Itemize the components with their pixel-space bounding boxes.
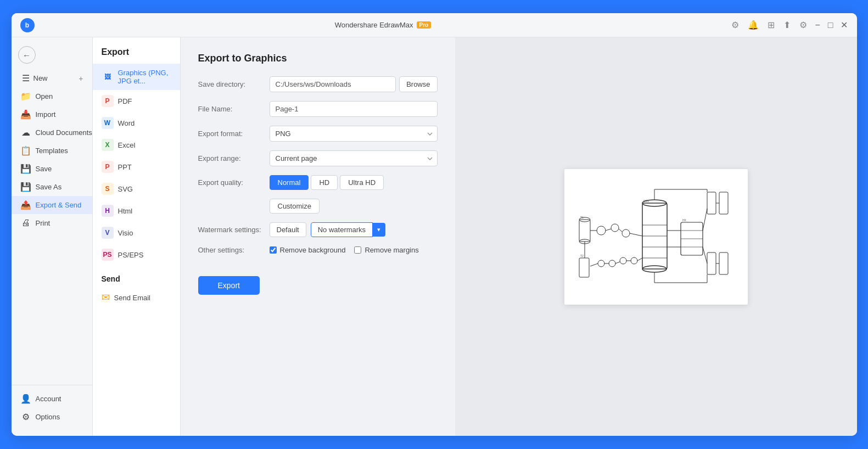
export-format-select[interactable]: PNG JPG BMP GIF TIFF: [270, 126, 438, 142]
remove-background-checkbox[interactable]: [270, 246, 277, 254]
apps-icon[interactable]: ⊞: [768, 20, 775, 30]
options-icon: ⚙: [20, 412, 31, 422]
sidebar-item-save[interactable]: 💾 Save: [12, 160, 92, 178]
sidebar-item-open[interactable]: 📁 Open: [12, 87, 92, 105]
no-watermarks-button[interactable]: No watermarks: [311, 222, 373, 237]
sidebar-item-account-label: Account: [36, 395, 61, 403]
sidebar-item-account[interactable]: 👤 Account: [12, 390, 92, 408]
save-directory-input[interactable]: [270, 76, 396, 92]
title-bar-center: Wondershare EdrawMax Pro: [335, 21, 432, 29]
export-format-html[interactable]: H Html: [93, 200, 180, 222]
sidebar-bottom: 👤 Account ⚙ Options: [12, 385, 92, 430]
sidebar-item-saveas[interactable]: 💾 Save As: [12, 178, 92, 196]
export-quality-row: Export quality: Normal HD Ultra HD: [198, 175, 438, 190]
share-icon[interactable]: ⬆: [783, 20, 791, 30]
html-format-icon: H: [102, 205, 114, 217]
send-email-item[interactable]: ✉ Send Email: [93, 287, 180, 308]
new-icon: ☰: [20, 73, 31, 83]
export-format-graphics[interactable]: 🖼 Graphics (PNG, JPG et...: [93, 64, 180, 90]
browse-button[interactable]: Browse: [399, 76, 437, 92]
export-format-pdf[interactable]: P PDF: [93, 90, 180, 112]
save-directory-input-group: Browse: [270, 76, 438, 92]
other-settings-label: Other settings:: [198, 246, 270, 254]
sidebar-item-new[interactable]: ☰ New +: [12, 69, 92, 87]
save-directory-control: Browse: [270, 76, 438, 92]
remove-margins-label[interactable]: Remove margins: [354, 246, 418, 254]
watermark-settings-row: Watermark settings: Default No watermark…: [198, 222, 438, 237]
export-format-visio[interactable]: V Visio: [93, 222, 180, 244]
customize-button[interactable]: Customize: [270, 199, 320, 214]
export-range-label: Export range:: [198, 154, 270, 162]
quality-hd-button[interactable]: HD: [311, 175, 338, 190]
export-range-row: Export range: Current page All pages Sel…: [198, 150, 438, 166]
email-icon: ✉: [102, 291, 110, 304]
pseps-format-label: PS/EPS: [118, 251, 144, 259]
remove-background-text: Remove background: [280, 246, 346, 254]
svg-text:T2: T2: [580, 254, 584, 257]
preview-diagram: T1 T2 COL HX: [571, 176, 741, 296]
sidebar-item-print-label: Print: [36, 219, 51, 227]
preview-area: T1 T2 COL HX: [455, 37, 857, 436]
save-icon: 💾: [20, 164, 31, 174]
title-bar-left: b: [20, 18, 35, 32]
export-format-svg[interactable]: S SVG: [93, 178, 180, 200]
main-layout: ← ☰ New + 📁 Open 📥 Import ☁ Cloud Docume…: [12, 37, 857, 436]
excel-format-icon: X: [102, 139, 114, 151]
export-format-excel[interactable]: X Excel: [93, 134, 180, 156]
saveas-icon: 💾: [20, 182, 31, 192]
close-button[interactable]: ✕: [841, 21, 848, 30]
print-icon: 🖨: [20, 218, 31, 228]
quality-ultrahd-button[interactable]: Ultra HD: [340, 175, 384, 190]
quality-normal-button[interactable]: Normal: [270, 175, 309, 190]
export-icon: 📤: [20, 200, 31, 210]
export-main: Export to Graphics Save directory: Brows…: [181, 37, 857, 436]
export-format-ppt[interactable]: P PPT: [93, 156, 180, 178]
ppt-format-icon: P: [102, 161, 114, 173]
maximize-button[interactable]: □: [828, 21, 833, 30]
sidebar-top: ←: [12, 43, 92, 67]
sidebar-item-open-label: Open: [36, 92, 53, 100]
export-quality-label: Export quality:: [198, 178, 270, 187]
export-format-control: PNG JPG BMP GIF TIFF: [270, 126, 438, 142]
help-icon[interactable]: ⚙: [799, 20, 807, 30]
notification-icon[interactable]: 🔔: [748, 20, 759, 30]
file-name-row: File Name:: [198, 101, 438, 117]
sidebar-item-print[interactable]: 🖨 Print: [12, 214, 92, 232]
send-section: Send ✉ Send Email: [93, 266, 180, 315]
svg-format-icon: S: [102, 183, 114, 195]
pdf-format-icon: P: [102, 95, 114, 107]
sidebar: ← ☰ New + 📁 Open 📥 Import ☁ Cloud Docume…: [12, 37, 93, 436]
svg-text:T1: T1: [580, 216, 584, 219]
export-format-pseps[interactable]: PS PS/EPS: [93, 244, 180, 266]
export-panel: Export 🖼 Graphics (PNG, JPG et... P PDF …: [93, 37, 181, 436]
minimize-button[interactable]: −: [815, 21, 820, 30]
export-format-word[interactable]: W Word: [93, 112, 180, 134]
svg-text:COL: COL: [643, 199, 649, 203]
export-button[interactable]: Export: [198, 276, 260, 295]
other-settings-row: Other settings: Remove background Remove…: [198, 246, 438, 254]
pdf-format-label: PDF: [118, 97, 132, 105]
sidebar-item-export[interactable]: 📤 Export & Send: [12, 196, 92, 214]
visio-format-label: Visio: [118, 229, 133, 237]
back-button[interactable]: ←: [18, 46, 36, 64]
import-icon: 📥: [20, 109, 31, 120]
no-watermarks-arrow[interactable]: ▾: [373, 223, 385, 237]
sidebar-item-options[interactable]: ⚙ Options: [12, 408, 92, 426]
main-content: Export to Graphics Save directory: Brows…: [181, 37, 857, 436]
remove-background-label[interactable]: Remove background: [270, 246, 346, 254]
templates-icon: 📋: [20, 145, 31, 156]
sidebar-item-templates[interactable]: 📋 Templates: [12, 142, 92, 160]
excel-format-label: Excel: [118, 141, 136, 149]
file-name-input[interactable]: [270, 101, 438, 117]
settings-icon[interactable]: ⚙: [731, 20, 739, 30]
svg-text:HX: HX: [682, 218, 687, 222]
sidebar-item-cloud[interactable]: ☁ Cloud Documents: [12, 124, 92, 142]
sidebar-item-import[interactable]: 📥 Import: [12, 105, 92, 124]
remove-margins-checkbox[interactable]: [354, 246, 361, 254]
export-range-select[interactable]: Current page All pages Selected shapes: [270, 150, 438, 166]
watermark-settings-label: Watermark settings:: [198, 226, 270, 234]
sidebar-item-templates-label: Templates: [36, 147, 68, 155]
watermark-default-button[interactable]: Default: [270, 222, 306, 237]
svg-format-label: SVG: [118, 185, 133, 193]
export-format-row: Export format: PNG JPG BMP GIF TIFF: [198, 126, 438, 142]
